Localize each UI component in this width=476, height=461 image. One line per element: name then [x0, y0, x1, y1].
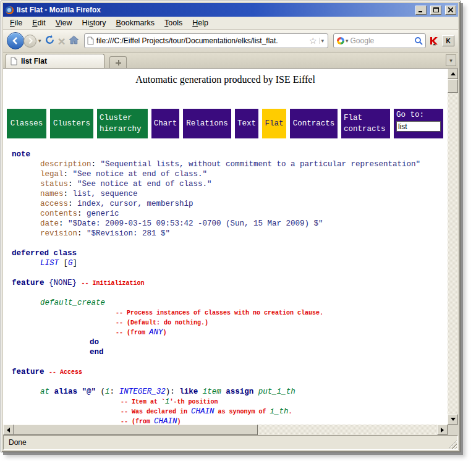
menu-item-edit[interactable]: Edit — [28, 17, 50, 28]
code-line: at alias "@" (i: INTEGER_32): like item … — [3, 387, 448, 397]
code-line: access: index, cursor, membership — [3, 199, 448, 209]
class-link[interactable]: CHAIN — [154, 417, 177, 425]
code-token: "@" — [82, 387, 96, 396]
tab-label: list Flat — [21, 57, 47, 66]
code-token: . — [289, 408, 292, 415]
title-bar[interactable]: list Flat - Mozilla Firefox — [3, 3, 458, 17]
code-token: put_i_th — [258, 387, 295, 396]
code-token: feature — [12, 279, 45, 287]
code-line — [3, 268, 448, 278]
url-dropdown-icon[interactable]: ▾ — [319, 38, 325, 44]
code-line: -- Process instances of classes with no … — [3, 308, 448, 318]
class-link[interactable]: G — [68, 259, 73, 268]
code-token: i — [165, 397, 170, 406]
new-tab-button[interactable] — [109, 56, 127, 68]
code-token: -- Initialization — [82, 280, 145, 287]
code-token: : — [77, 209, 87, 218]
firefox-icon — [5, 6, 14, 15]
code-line: end — [3, 347, 448, 357]
code-line: default_create — [3, 298, 448, 308]
tab-list-button[interactable]: ▾ — [446, 54, 456, 66]
plus-icon — [116, 60, 121, 66]
url-text[interactable]: file:///C:/Eiffel Projects/tour/Document… — [96, 36, 307, 45]
code-line: LIST [G] — [3, 258, 448, 268]
scroll-left-button[interactable] — [3, 425, 14, 435]
nav-button-classes[interactable]: Classes — [7, 109, 46, 138]
tab-bar: list Flat ▾ — [3, 53, 458, 69]
scroll-right-button[interactable] — [437, 425, 448, 435]
scroll-down-button[interactable] — [448, 414, 458, 425]
horizontal-scrollbar[interactable] — [3, 425, 448, 435]
nav-button-flat[interactable]: Flat — [262, 109, 286, 138]
search-icon[interactable] — [414, 36, 423, 45]
nav-button-cluster-hierarchy[interactable]: Cluster hierarchy — [97, 109, 148, 138]
arrow-up-icon — [451, 72, 456, 75]
code-token — [253, 387, 258, 396]
stop-button[interactable]: × — [58, 35, 66, 47]
content-area: Automatic generation produced by ISE Eif… — [3, 69, 458, 435]
class-link[interactable]: INTEGER_32 — [119, 387, 166, 396]
code-line: date: "$Date: 2009-03-15 09:53:42 -0700 … — [3, 219, 448, 229]
nav-button-clusters[interactable]: Clusters — [50, 109, 93, 138]
bookmark-star-icon[interactable]: ☆ — [309, 36, 317, 45]
code-line — [3, 377, 448, 387]
maximize-button[interactable] — [430, 6, 441, 15]
menu-item-help[interactable]: Help — [188, 17, 213, 28]
code-token: : — [77, 229, 87, 238]
minimize-button[interactable] — [415, 6, 427, 15]
code-line: revision: "$Revision: 281 $" — [3, 229, 448, 239]
code-line: status: "See notice at end of class." — [3, 179, 448, 189]
nav-button-relations[interactable]: Relations — [183, 109, 231, 138]
menu-item-tools[interactable]: Tools — [160, 17, 187, 28]
code-token: "See notice at end of class." — [77, 180, 212, 188]
nav-button-chart[interactable]: Chart — [151, 109, 179, 138]
menu-item-file[interactable]: File — [6, 17, 27, 28]
search-box[interactable]: ▾ Google — [333, 33, 426, 48]
url-bar[interactable]: file:///C:/Eiffel Projects/tour/Document… — [84, 33, 328, 48]
code-token: status — [40, 180, 68, 188]
code-line: -- Was declared in CHAIN as synonym of i… — [3, 407, 448, 417]
code-line: -- Item at `i'-th position — [3, 397, 448, 407]
home-button[interactable] — [69, 35, 79, 47]
menu-item-bookmarks[interactable]: Bookmarks — [112, 17, 159, 28]
class-link[interactable]: CHAIN — [191, 407, 215, 416]
nav-button-text[interactable]: Text — [235, 109, 258, 138]
code-token: "$Date: 2009-03-15 09:53:42 -0700 (Sun, … — [68, 219, 323, 228]
class-link[interactable]: LIST — [40, 259, 59, 268]
code-line: names: list, sequence — [3, 189, 448, 199]
code-token: ): — [166, 387, 180, 396]
code-line: deferred class — [3, 248, 448, 258]
code-token: feature — [12, 368, 45, 376]
nav-button-contracts[interactable]: Contracts — [290, 109, 338, 138]
nav-button-flat-contracts[interactable]: Flat contracts — [341, 109, 390, 138]
code-token: i — [105, 387, 110, 396]
resize-grip[interactable] — [448, 440, 457, 449]
code-token — [77, 387, 82, 396]
code-line: -- (from CHAIN) — [3, 417, 448, 425]
search-input[interactable]: Google — [351, 36, 412, 45]
tab-page-icon — [11, 57, 17, 66]
goto-input[interactable] — [396, 121, 441, 132]
class-link[interactable]: ANY — [149, 328, 163, 337]
k-extension-button[interactable]: K — [442, 35, 454, 46]
navigation-toolbar: ▾ × file:///C:/Eiffel Projects/tour/Docu… — [3, 30, 458, 53]
forward-button[interactable] — [23, 35, 36, 48]
close-button[interactable] — [445, 6, 456, 15]
code-token: as synonym of — [215, 408, 270, 415]
search-engine-icon — [336, 36, 345, 45]
scroll-up-button[interactable] — [448, 69, 458, 79]
code-token: "$Revision: 281 $" — [87, 229, 170, 238]
code-token: : — [59, 219, 68, 228]
horizontal-scroll-thumb[interactable] — [14, 425, 258, 435]
menu-item-history[interactable]: History — [78, 17, 111, 28]
history-dropdown-icon[interactable]: ▾ — [38, 38, 41, 44]
search-engine-dropdown-icon[interactable]: ▾ — [346, 38, 349, 44]
refresh-button[interactable] — [45, 35, 55, 47]
vertical-scrollbar[interactable] — [448, 69, 458, 425]
refresh-icon — [45, 35, 55, 45]
tab-list-flat[interactable]: list Flat — [6, 54, 104, 68]
kaspersky-icon[interactable] — [429, 36, 439, 46]
back-button[interactable] — [7, 32, 24, 49]
menu-item-view[interactable]: View — [51, 17, 77, 28]
vertical-scroll-thumb[interactable] — [448, 79, 458, 93]
